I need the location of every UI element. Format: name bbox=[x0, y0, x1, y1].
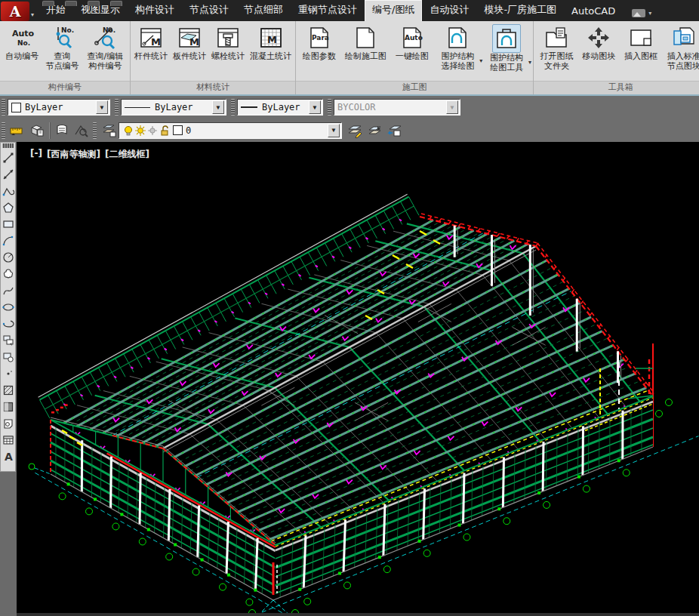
plate-statistics-icon: M bbox=[176, 24, 203, 51]
layer-translate-icon[interactable] bbox=[100, 122, 118, 140]
toolbar-grip[interactable] bbox=[93, 122, 97, 139]
point-tool-icon[interactable] bbox=[1, 365, 15, 382]
toolbar-grip[interactable] bbox=[231, 99, 235, 116]
svg-text:A: A bbox=[5, 451, 13, 463]
insert-frame-button[interactable]: 插入图框 bbox=[620, 23, 662, 63]
bulb-on-icon[interactable] bbox=[122, 125, 134, 137]
dropdown-arrow-icon[interactable]: ▼ bbox=[309, 100, 321, 114]
enclosure-select-drawing-button[interactable]: 围护结构 选择绘图 ▾ bbox=[434, 23, 482, 72]
query-node-number-button[interactable]: No. 查询 节点编号 bbox=[42, 23, 82, 72]
enclosure-drawing-tools-caret-icon[interactable]: ▾ bbox=[528, 59, 531, 66]
sun-icon[interactable] bbox=[134, 125, 146, 137]
drawing-parameters-button[interactable]: Para 绘图参数 bbox=[298, 23, 340, 63]
draw-construction-drawing-button[interactable]: 绘制施工图 bbox=[341, 23, 390, 63]
tab-member-design[interactable]: 构件设计 bbox=[128, 0, 182, 21]
query-edit-member-number-button[interactable]: No. 查询/编辑 构件编号 bbox=[83, 23, 128, 72]
drawing-viewport[interactable]: [-] [西南等轴测] [二维线框] bbox=[17, 142, 699, 616]
enclosure-drawing-tools-button[interactable]: 围护结构 绘图工具 ▾ bbox=[482, 23, 531, 74]
auto-number-button[interactable]: AutoNo. 自动编号 bbox=[2, 23, 42, 63]
svg-text:M: M bbox=[151, 36, 161, 48]
application-menu-button[interactable]: A bbox=[1, 2, 29, 21]
model-wireframe-canvas[interactable] bbox=[17, 142, 699, 616]
viewport-visual-style-control[interactable]: [二维线框] bbox=[105, 148, 149, 161]
bolt-statistics-button[interactable]: 螺栓统计 bbox=[209, 23, 247, 63]
query-node-number-icon: No. bbox=[49, 24, 76, 51]
quick-access-toolbar bbox=[42, 1, 122, 6]
freeze-sun-icon[interactable] bbox=[146, 125, 159, 137]
construction-line-tool-icon[interactable] bbox=[1, 166, 15, 183]
ribbon-display-options-caret-icon[interactable]: ▾ bbox=[648, 10, 651, 17]
zoom-object-tool-icon[interactable] bbox=[72, 122, 91, 140]
viewport-control-menu[interactable]: [-] bbox=[30, 148, 42, 161]
ellipse-tool-icon[interactable] bbox=[1, 299, 15, 316]
rectangle-tool-icon[interactable] bbox=[1, 216, 15, 233]
insert-standard-node-block-button[interactable]: 插入标准 节点图块 bbox=[662, 23, 699, 72]
layer-states-icon[interactable] bbox=[346, 122, 364, 140]
revision-cloud-tool-icon[interactable] bbox=[1, 266, 15, 282]
concrete-statistics-button[interactable]: M 混凝土统计 bbox=[248, 23, 294, 63]
toolbar-grip[interactable] bbox=[328, 99, 331, 116]
svg-text:Para: Para bbox=[312, 34, 329, 42]
linetype-sample-icon bbox=[125, 107, 150, 108]
color-control-combo[interactable]: ByLayer ▼ bbox=[8, 99, 110, 116]
ribbon-display-options-icon[interactable] bbox=[632, 9, 645, 17]
tab-module-plant-construction[interactable]: 模块-厂房施工图 bbox=[476, 0, 564, 21]
tab-node-design[interactable]: 节点设计 bbox=[182, 0, 236, 21]
svg-text:Auto: Auto bbox=[12, 29, 35, 38]
block-tool-icon[interactable] bbox=[28, 122, 46, 140]
unlock-icon[interactable] bbox=[159, 125, 171, 137]
one-key-drawing-button[interactable]: Auto 一键绘图 bbox=[391, 23, 433, 63]
enclosure-select-drawing-icon bbox=[444, 24, 471, 51]
one-key-drawing-icon: Auto bbox=[399, 24, 426, 51]
line-tool-icon[interactable] bbox=[1, 149, 15, 166]
plot-style-control-combo: BYCOLOR ▼ bbox=[334, 99, 460, 116]
polyline-tool-icon[interactable] bbox=[1, 183, 15, 199]
svg-text:No.: No. bbox=[103, 26, 115, 34]
plate-statistics-button[interactable]: M 板件统计 bbox=[171, 23, 208, 63]
draw-toolbar: A bbox=[0, 142, 16, 472]
dropdown-arrow-icon: ▼ bbox=[446, 100, 458, 114]
table-tool-icon[interactable] bbox=[1, 432, 15, 448]
hatch-tool-icon[interactable] bbox=[1, 382, 15, 399]
application-menu-caret-icon[interactable]: ▾ bbox=[31, 11, 34, 18]
make-block-tool-icon[interactable] bbox=[1, 349, 15, 365]
tab-heavy-steel-node-design[interactable]: 重钢节点设计 bbox=[291, 0, 365, 21]
panel-title-material-statistics: 材料统计 bbox=[131, 81, 295, 94]
gradient-tool-icon[interactable] bbox=[1, 399, 15, 415]
layer-previous-icon[interactable] bbox=[385, 122, 403, 140]
draw-construction-drawing-icon bbox=[352, 24, 379, 51]
tab-numbering-drawings[interactable]: 编号/图纸 bbox=[365, 0, 422, 21]
circle-tool-icon[interactable] bbox=[1, 249, 15, 266]
linetype-control-combo[interactable]: ByLayer ▼ bbox=[121, 99, 226, 116]
tab-node-detail[interactable]: 节点细部 bbox=[236, 0, 291, 21]
toolbar-grip[interactable] bbox=[2, 143, 14, 148]
color-swatch-icon bbox=[11, 103, 21, 112]
multiline-text-tool-icon[interactable]: A bbox=[1, 448, 15, 465]
tab-autocad[interactable]: AutoCAD bbox=[564, 2, 623, 21]
open-drawing-folder-button[interactable]: 打开图纸 文件夹 bbox=[536, 23, 577, 72]
region-tool-icon[interactable] bbox=[1, 415, 15, 432]
lineweight-control-combo[interactable]: ByLayer ▼ bbox=[237, 99, 323, 116]
insert-block-tool-icon[interactable] bbox=[1, 332, 15, 349]
tab-auto-design[interactable]: 自动设计 bbox=[422, 0, 476, 21]
polygon-tool-icon[interactable] bbox=[1, 199, 15, 216]
move-block-icon bbox=[585, 24, 612, 51]
ellipse-arc-tool-icon[interactable] bbox=[1, 316, 15, 332]
toolbar-grip[interactable] bbox=[2, 122, 5, 139]
dropdown-arrow-icon[interactable]: ▼ bbox=[96, 100, 108, 114]
viewport-view-control[interactable]: [西南等轴测] bbox=[47, 148, 100, 161]
layer-color-swatch-icon[interactable] bbox=[173, 125, 183, 135]
spline-tool-icon[interactable] bbox=[1, 282, 15, 299]
member-statistics-icon: M bbox=[137, 24, 165, 51]
measure-tool-icon[interactable] bbox=[8, 122, 26, 140]
dropdown-arrow-icon[interactable]: ▼ bbox=[328, 124, 340, 137]
layer-control-combo[interactable]: 0 ▼ bbox=[119, 122, 342, 139]
arc-tool-icon[interactable] bbox=[1, 233, 15, 249]
dropdown-arrow-icon[interactable]: ▼ bbox=[212, 100, 224, 114]
toolbar-grip[interactable] bbox=[2, 99, 5, 116]
layer-walk-icon[interactable] bbox=[365, 122, 383, 140]
script-tool-icon[interactable] bbox=[53, 122, 71, 140]
member-statistics-button[interactable]: M 杆件统计 bbox=[132, 23, 170, 63]
toolbar-grip[interactable] bbox=[115, 99, 119, 116]
move-block-button[interactable]: 移动图块 bbox=[578, 23, 620, 63]
